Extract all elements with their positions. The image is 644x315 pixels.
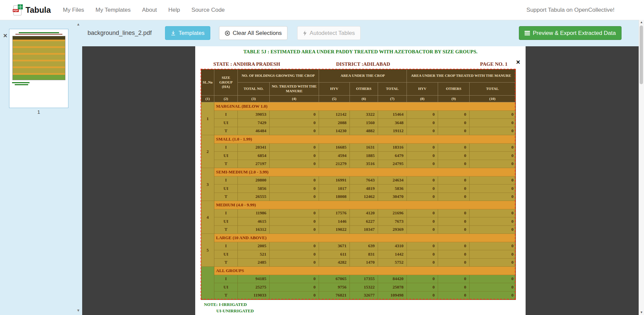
autodetect-tables-button[interactable]: Autodetect Tables xyxy=(297,26,361,40)
support-link[interactable]: Support Tabula on OpenCollective! xyxy=(527,7,614,13)
export-table-icon xyxy=(525,31,530,36)
brand[interactable]: PDF Tabula xyxy=(13,5,51,15)
document-title: TABLE 5J : ESTIMATED AREA UNDER PADDY TR… xyxy=(195,49,526,55)
toolbar: background_lines_2.pdf Templates Clear A… xyxy=(82,20,639,46)
nav-my-templates[interactable]: My Templates xyxy=(96,7,131,13)
lightning-icon xyxy=(303,31,307,36)
scrollbar-thumb[interactable] xyxy=(640,25,643,84)
note-line-1: NOTE: I-IRRIGATED xyxy=(204,302,247,307)
state-label: STATE : ANDHRA PRADESH xyxy=(213,61,280,67)
scroll-down-icon[interactable]: ▼ xyxy=(639,311,644,314)
thumb-title-line xyxy=(19,32,59,33)
table-grid-icon xyxy=(18,4,23,9)
sidebar-scroll-up-icon[interactable]: ▲ xyxy=(76,22,80,26)
templates-button[interactable]: Templates xyxy=(165,26,210,40)
table-selection[interactable] xyxy=(201,69,516,300)
templates-icon xyxy=(171,31,176,36)
nav-help[interactable]: Help xyxy=(168,7,180,13)
preview-export-button[interactable]: Preview & Export Extracted Data xyxy=(519,26,622,40)
brand-name: Tabula xyxy=(25,5,51,15)
top-navbar: PDF Tabula My Files My Templates About H… xyxy=(0,0,644,20)
pdf-filename: background_lines_2.pdf xyxy=(88,30,152,37)
main-scrollbar: ▲ ▼ xyxy=(639,20,644,315)
nav-my-files[interactable]: My Files xyxy=(63,7,84,13)
clear-all-selections-button[interactable]: Clear All Selections xyxy=(219,26,287,40)
pdf-page[interactable]: TABLE 5J : ESTIMATED AREA UNDER PADDY TR… xyxy=(195,46,526,315)
clear-selections-icon xyxy=(225,31,230,36)
app-body: ✕ 1 ▲ ▼ background_lines_2.pdf Templates xyxy=(0,20,644,315)
remove-page-icon[interactable]: ✕ xyxy=(3,33,7,39)
thumb-subtitle-line xyxy=(15,34,62,35)
nav-links: My Files My Templates About Help Source … xyxy=(63,7,225,13)
pdf-viewport: TABLE 5J : ESTIMATED AREA UNDER PADDY TR… xyxy=(82,46,639,315)
nav-about[interactable]: About xyxy=(142,7,157,13)
page-no-label: PAGE NO. 1 xyxy=(480,61,507,67)
sidebar-scroll-down-icon[interactable]: ▼ xyxy=(76,309,80,312)
scroll-up-icon[interactable]: ▲ xyxy=(639,21,644,24)
page-thumbnail[interactable] xyxy=(9,29,68,108)
thumb-mini-table xyxy=(12,36,65,80)
page-number-label: 1 xyxy=(9,109,68,115)
pdf-badge: PDF xyxy=(13,9,19,12)
tabula-logo-icon: PDF xyxy=(13,5,22,15)
selection-close-icon[interactable]: ✕ xyxy=(516,60,520,65)
page-thumbnail-sidebar: ✕ 1 ▲ ▼ xyxy=(0,20,82,315)
district-label: DISTRICT :ADILABAD xyxy=(336,61,390,67)
nav-source-code[interactable]: Source Code xyxy=(192,7,225,13)
note-line-2: UI-UNIRRIGATED xyxy=(216,308,254,314)
